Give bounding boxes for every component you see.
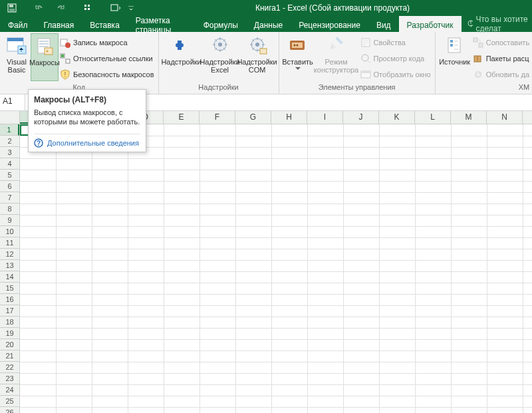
- record-macro-button[interactable]: Запись макроса: [60, 36, 154, 49]
- tab-data[interactable]: Данные: [246, 16, 291, 32]
- qat-button-2[interactable]: [106, 1, 125, 15]
- svg-rect-41: [450, 44, 453, 47]
- tab-formulas[interactable]: Формулы: [196, 16, 246, 32]
- tab-developer[interactable]: Разработчик: [399, 16, 462, 32]
- row-header[interactable]: 24: [0, 384, 19, 396]
- group-xml-label: XM: [438, 82, 531, 92]
- row-header[interactable]: 26: [0, 407, 19, 413]
- row-header[interactable]: 21: [0, 350, 19, 362]
- design-mode-button[interactable]: Режим конструктора: [314, 33, 359, 81]
- undo-button[interactable]: [31, 1, 49, 15]
- svg-rect-12: [7, 38, 23, 41]
- excel-addins-icon: [209, 35, 231, 57]
- row-header[interactable]: 3: [0, 147, 19, 158]
- row-header[interactable]: 13: [0, 260, 19, 271]
- map-label: Сопоставить: [486, 39, 529, 47]
- column-header[interactable]: H: [271, 111, 307, 124]
- redo-button[interactable]: [51, 1, 69, 15]
- tab-file[interactable]: Файл: [0, 16, 36, 32]
- properties-button[interactable]: Свойства: [360, 36, 431, 49]
- row-header[interactable]: 19: [0, 328, 19, 339]
- column-header[interactable]: F: [200, 111, 235, 124]
- com-addins-button[interactable]: Надстройки COM: [239, 33, 276, 81]
- addins-button[interactable]: Надстройки: [162, 33, 201, 81]
- tell-me-label: Что вы хотите сделат: [475, 15, 532, 33]
- row-header[interactable]: 6: [0, 181, 19, 192]
- relative-refs-icon: [60, 53, 70, 64]
- run-dialog-label: Отобразить окно: [374, 70, 431, 78]
- run-dialog-button[interactable]: Отобразить окно: [360, 68, 431, 81]
- refresh-icon: [473, 69, 483, 80]
- row-header[interactable]: 2: [0, 136, 19, 147]
- row-header[interactable]: 18: [0, 317, 19, 328]
- row-header[interactable]: 16: [0, 294, 19, 305]
- tab-insert[interactable]: Вставка: [82, 16, 128, 32]
- column-header[interactable]: I: [307, 111, 343, 124]
- com-addins-label: Надстройки COM: [237, 58, 277, 74]
- title-bar: Книга1 - Excel (Сбой активации продукта): [0, 0, 532, 16]
- column-header[interactable]: J: [343, 111, 379, 124]
- svg-rect-5: [84, 8, 86, 10]
- source-button[interactable]: Источник: [438, 33, 471, 81]
- view-code-button[interactable]: Просмотр кода: [360, 52, 431, 65]
- macros-button[interactable]: Макросы: [31, 33, 59, 81]
- svg-rect-16: [39, 43, 49, 45]
- select-all-corner[interactable]: [0, 111, 20, 124]
- group-controls-label: Элементы управления: [282, 82, 432, 92]
- row-header[interactable]: 12: [0, 249, 19, 260]
- svg-rect-42: [473, 38, 477, 42]
- relative-refs-button[interactable]: Относительные ссылки: [60, 52, 154, 65]
- qat-customize-button[interactable]: [126, 1, 136, 15]
- row-header[interactable]: 17: [0, 305, 19, 317]
- row-header[interactable]: 23: [0, 373, 19, 384]
- row-header[interactable]: 14: [0, 271, 19, 283]
- group-controls: Вставить Режим конструктора Свойства Про…: [279, 32, 436, 94]
- insert-control-button[interactable]: Вставить: [282, 33, 314, 81]
- tell-me-search[interactable]: Что вы хотите сделат: [462, 16, 532, 32]
- column-header[interactable]: L: [415, 111, 451, 124]
- column-header[interactable]: M: [451, 111, 487, 124]
- row-header[interactable]: 7: [0, 192, 19, 204]
- row-header[interactable]: 15: [0, 283, 19, 294]
- qat-button-1[interactable]: [78, 1, 97, 15]
- record-macro-label: Запись макроса: [73, 39, 128, 47]
- row-header[interactable]: 10: [0, 226, 19, 237]
- row-header[interactable]: 1: [0, 124, 19, 136]
- save-button[interactable]: [3, 1, 21, 15]
- tab-view[interactable]: Вид: [368, 16, 399, 32]
- name-box[interactable]: A1: [0, 94, 25, 110]
- macro-security-button[interactable]: ! Безопасность макросов: [60, 68, 154, 81]
- row-header[interactable]: 20: [0, 339, 19, 350]
- row-header[interactable]: 22: [0, 362, 19, 373]
- row-header[interactable]: 5: [0, 170, 19, 181]
- help-icon: ?: [34, 138, 43, 148]
- column-header[interactable]: E: [164, 111, 200, 124]
- svg-rect-22: [66, 59, 70, 63]
- visual-basic-button[interactable]: Visual Basic: [3, 33, 31, 81]
- refresh-button[interactable]: Обновить да: [473, 68, 529, 81]
- group-xml: Источник Сопоставить Пакеты расц Обновит…: [436, 32, 532, 94]
- window-title: Книга1 - Excel (Сбой активации продукта): [136, 3, 529, 13]
- row-header[interactable]: 11: [0, 237, 19, 249]
- tab-page-layout[interactable]: Разметка страницы: [128, 16, 196, 32]
- macros-tooltip: Макросы (ALT+F8) Вывод списка макросов, …: [28, 89, 146, 152]
- tooltip-more-info[interactable]: ? Дополнительные сведения: [34, 134, 140, 148]
- column-header[interactable]: N: [487, 111, 523, 124]
- tab-home[interactable]: Главная: [36, 16, 82, 32]
- svg-rect-34: [335, 37, 342, 44]
- expansion-button[interactable]: Пакеты расц: [473, 52, 529, 65]
- row-header[interactable]: 9: [0, 215, 19, 226]
- svg-point-33: [296, 45, 298, 47]
- svg-text:?: ?: [37, 140, 41, 147]
- addins-icon: [171, 35, 192, 57]
- column-header[interactable]: G: [235, 111, 271, 124]
- tab-review[interactable]: Рецензирование: [291, 16, 368, 32]
- row-header[interactable]: 4: [0, 158, 19, 170]
- dropdown-icon: [295, 67, 301, 70]
- cells-area[interactable]: [20, 124, 532, 413]
- excel-addins-button[interactable]: Надстройки Excel: [201, 33, 239, 81]
- row-header[interactable]: 8: [0, 204, 19, 215]
- column-header[interactable]: K: [379, 111, 415, 124]
- map-button[interactable]: Сопоставить: [473, 36, 529, 49]
- row-header[interactable]: 25: [0, 396, 19, 407]
